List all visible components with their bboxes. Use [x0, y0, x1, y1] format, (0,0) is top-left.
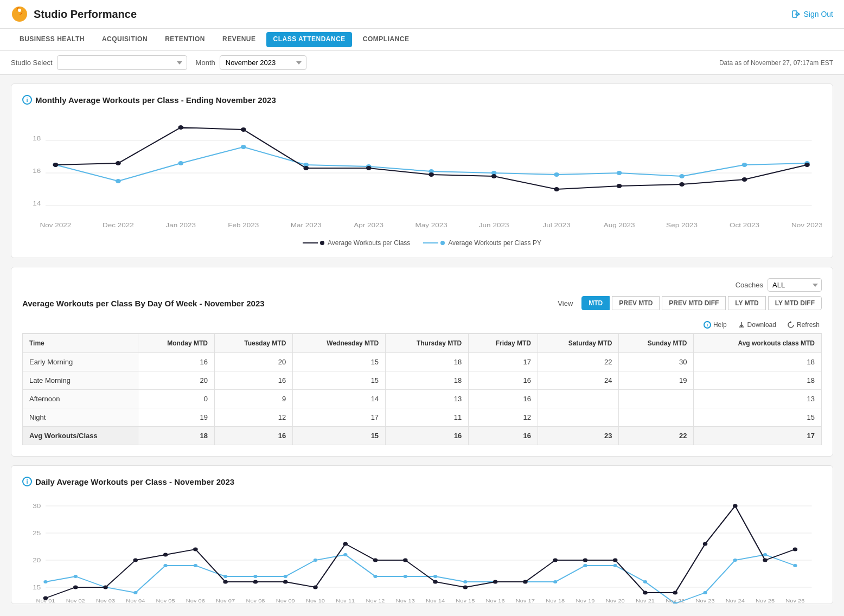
svg-point-76 — [553, 580, 557, 583]
cell-value: 9 — [214, 390, 292, 408]
svg-point-99 — [463, 586, 468, 589]
month-select[interactable]: November 2023 — [220, 55, 306, 70]
sign-out-button[interactable]: Sign Out — [792, 10, 833, 18]
tab-prev-mtd[interactable]: PREV MTD — [612, 296, 660, 310]
svg-text:25: 25 — [33, 530, 41, 537]
col-friday: Friday MTD — [469, 334, 538, 353]
svg-text:Nov 2023: Nov 2023 — [791, 222, 822, 229]
view-tabs: MTD PREV MTD PREV MTD DIFF LY MTD LY MTD… — [581, 296, 822, 310]
filters-bar: Studio Select Month November 2023 Data a… — [0, 51, 844, 75]
row-label: Early Morning — [23, 353, 138, 371]
dow-controls: View MTD PREV MTD PREV MTD DIFF LY MTD L… — [558, 296, 822, 310]
svg-text:Nov 05: Nov 05 — [156, 598, 175, 604]
cell-value: 24 — [538, 371, 618, 390]
studio-label: Studio Select — [11, 59, 53, 67]
cell-value: 13 — [694, 390, 822, 408]
svg-point-22 — [679, 174, 685, 178]
svg-point-28 — [241, 127, 246, 132]
cell-value: 19 — [138, 408, 215, 427]
cell-value: 17 — [293, 408, 386, 427]
svg-text:Sep 2023: Sep 2023 — [666, 222, 698, 229]
svg-text:Nov 25: Nov 25 — [756, 598, 775, 604]
table-header-row: Time Monday MTD Tuesday MTD Wednesday MT… — [23, 334, 822, 353]
download-button[interactable]: Download — [736, 320, 778, 330]
svg-text:Nov 02: Nov 02 — [66, 598, 85, 604]
svg-point-108 — [733, 504, 738, 508]
nav-item-retention[interactable]: RETENTION — [156, 29, 214, 50]
svg-text:Nov 11: Nov 11 — [336, 598, 355, 604]
help-button[interactable]: i Help — [701, 320, 729, 330]
nav-item-revenue[interactable]: REVENUE — [214, 29, 265, 50]
nav-item-class-attendance[interactable]: CLASS ATTENDANCE — [266, 32, 351, 47]
svg-point-23 — [742, 163, 747, 167]
tab-prev-mtd-diff[interactable]: PREV MTD DIFF — [662, 296, 726, 310]
cell-value: 14 — [293, 390, 386, 408]
svg-text:Nov 10: Nov 10 — [306, 598, 325, 604]
svg-point-30 — [366, 166, 372, 170]
cell-value: 17 — [469, 353, 538, 371]
svg-point-37 — [804, 163, 810, 167]
svg-point-107 — [703, 542, 708, 546]
svg-point-91 — [223, 580, 228, 584]
svg-point-78 — [613, 564, 617, 567]
svg-text:18: 18 — [33, 135, 41, 142]
cell-value: 20 — [138, 371, 215, 390]
table-row: Late Morning2016151816241918 — [23, 371, 822, 390]
studio-select[interactable] — [57, 55, 187, 70]
svg-point-88 — [133, 559, 138, 562]
refresh-button[interactable]: Refresh — [785, 320, 822, 330]
dow-title: Average Workouts per Class By Day Of Wee… — [22, 299, 265, 308]
cell-value: 16 — [214, 371, 292, 390]
svg-point-15 — [241, 145, 246, 149]
svg-point-95 — [343, 542, 348, 546]
cell-value: 16 — [469, 371, 538, 390]
sign-out-label: Sign Out — [804, 10, 833, 18]
nav-item-business-health[interactable]: BUSINESS HEALTH — [11, 29, 93, 50]
cell-value: 18 — [386, 353, 469, 371]
tab-ly-mtd[interactable]: LY MTD — [728, 296, 765, 310]
svg-point-14 — [178, 161, 183, 165]
view-label: View — [558, 299, 573, 307]
table-row: Early Morning1620151817223018 — [23, 353, 822, 371]
cell-value: 16 — [138, 353, 215, 371]
svg-point-109 — [763, 559, 768, 562]
svg-text:Dec 2022: Dec 2022 — [103, 222, 134, 229]
svg-point-100 — [493, 580, 498, 584]
cell-value: 16 — [469, 390, 538, 408]
svg-text:Nov 04: Nov 04 — [126, 598, 145, 604]
cell-value: 15 — [293, 427, 386, 445]
nav-item-compliance[interactable]: COMPLIANCE — [354, 29, 418, 50]
coaches-select[interactable]: ALL — [768, 278, 822, 292]
svg-point-110 — [793, 548, 798, 551]
svg-point-29 — [303, 166, 309, 170]
svg-text:Nov 07: Nov 07 — [216, 598, 235, 604]
col-tuesday: Tuesday MTD — [214, 334, 292, 353]
col-wednesday: Wednesday MTD — [293, 334, 386, 353]
svg-point-104 — [613, 559, 618, 562]
svg-text:Nov 20: Nov 20 — [606, 598, 625, 604]
daily-chart-card: i Daily Average Workouts per Class - Nov… — [11, 465, 833, 604]
svg-text:Jul 2023: Jul 2023 — [543, 222, 571, 229]
cell-value: 15 — [694, 408, 822, 427]
svg-point-102 — [553, 559, 558, 562]
svg-text:Nov 03: Nov 03 — [96, 598, 115, 604]
svg-text:Nov 06: Nov 06 — [186, 598, 205, 604]
svg-text:Nov 08: Nov 08 — [246, 598, 265, 604]
nav-item-acquisition[interactable]: ACQUISITION — [93, 29, 156, 50]
svg-text:Nov 14: Nov 14 — [426, 598, 445, 604]
svg-point-94 — [313, 586, 318, 589]
svg-point-21 — [617, 171, 622, 175]
tab-ly-mtd-diff[interactable]: LY MTD DIFF — [768, 296, 822, 310]
table-row: Afternoon0914131613 — [23, 390, 822, 408]
svg-point-63 — [163, 564, 167, 567]
col-sunday: Sunday MTD — [619, 334, 694, 353]
daily-info-icon[interactable]: i — [22, 477, 32, 486]
tab-mtd[interactable]: MTD — [581, 296, 610, 310]
svg-point-82 — [733, 559, 737, 562]
coaches-label: Coaches — [736, 281, 763, 289]
legend-item-1: Average Workouts per Class — [303, 239, 410, 247]
monthly-info-icon[interactable]: i — [22, 95, 32, 105]
svg-point-66 — [253, 575, 257, 578]
svg-text:Nov 17: Nov 17 — [516, 598, 535, 604]
svg-point-81 — [703, 591, 707, 594]
